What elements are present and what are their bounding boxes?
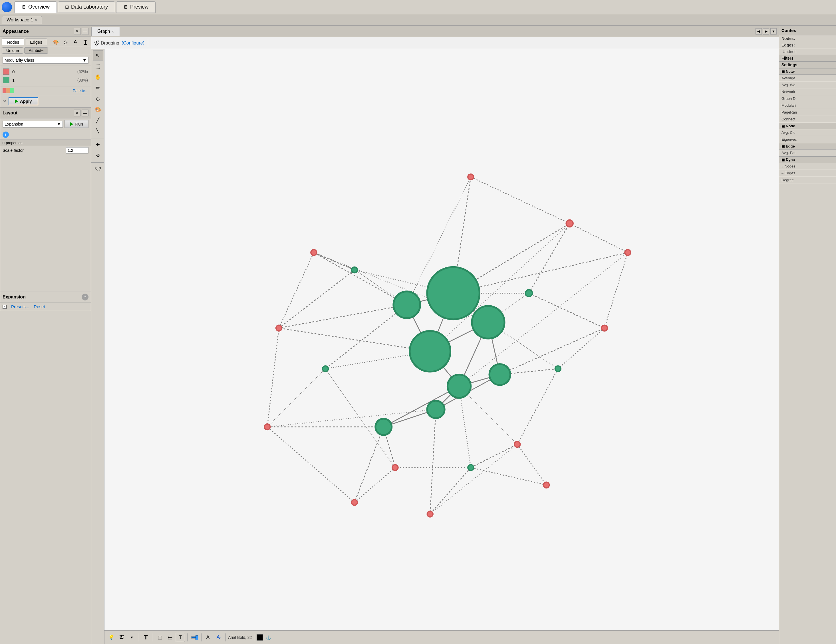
image-icon[interactable]: 🖼 <box>117 633 126 642</box>
stat-modulari-label: Modulari <box>782 103 834 108</box>
context-header: Contex <box>779 26 836 35</box>
graph-nav-next[interactable]: ▶ <box>763 28 769 34</box>
toolbar-sep <box>148 39 148 47</box>
left-panel: Appearance × — Nodes Edges 🎨 ◎ A T <box>0 26 91 644</box>
presets-checkbox[interactable]: ✓ <box>3 305 7 309</box>
stat-edges-count-label: # Edges <box>782 171 834 175</box>
font-size-slider[interactable] <box>191 636 198 639</box>
tool-pencil[interactable]: ✏ <box>93 83 103 93</box>
tab-data-laboratory[interactable]: ⊞ Data Laboratory <box>58 2 115 13</box>
appearance-minimize[interactable]: — <box>82 28 88 35</box>
outline-T-icon[interactable]: T <box>176 633 185 642</box>
tab-edges[interactable]: Edges <box>25 39 47 46</box>
expansion-dropdown[interactable]: Expansion ▼ <box>3 121 63 127</box>
scale-factor-row: Scale factor <box>0 146 91 155</box>
cycle-icon[interactable]: ◎ <box>62 38 70 46</box>
run-arrow-icon <box>70 122 73 126</box>
stat-pageran: PageRan <box>779 109 836 116</box>
light-icon[interactable]: 💡 <box>107 633 116 642</box>
tool-gear[interactable]: ⚙ <box>93 150 103 161</box>
graph-nav: ◀ ▶ ▼ <box>756 28 779 34</box>
tool-rect-select[interactable]: ⬚ <box>93 61 103 71</box>
node-label: Node <box>786 124 795 128</box>
appearance-close[interactable]: × <box>73 28 80 35</box>
tool-diamond[interactable]: ◇ <box>93 94 103 104</box>
question-icon[interactable]: ? <box>82 293 88 300</box>
a-outline-icon[interactable]: A· <box>204 633 213 642</box>
graph-canvas[interactable] <box>104 49 779 630</box>
graph-nav-menu[interactable]: ▼ <box>771 28 777 34</box>
svg-point-76 <box>514 442 520 447</box>
edges-row: Edges: <box>779 42 836 49</box>
layout-close[interactable]: × <box>73 109 80 116</box>
edge-section-header[interactable]: ▣ Edge <box>779 143 836 150</box>
anchor-icon[interactable]: ⚓ <box>264 633 273 642</box>
color-item-0[interactable]: 0 (62%) <box>3 67 88 76</box>
paint-icon[interactable]: 🎨 <box>52 38 60 46</box>
color-swatch-0[interactable] <box>3 68 10 75</box>
sub-tab-unique[interactable]: Unique <box>2 47 23 54</box>
configure-link[interactable]: (Configure) <box>122 41 144 46</box>
graph-tab-close[interactable]: × <box>112 29 114 34</box>
tool-line1[interactable]: ╱ <box>93 115 103 126</box>
resize-icon[interactable]: T̲ <box>81 38 89 46</box>
svg-point-63 <box>472 306 505 338</box>
tool-color-brush[interactable]: 🎨 <box>93 104 103 115</box>
graph-dragging-toolbar: 𝒢 Dragging (Configure) <box>91 37 779 49</box>
settings-section[interactable]: Settings <box>779 62 836 68</box>
apply-button[interactable]: Apply <box>8 97 38 105</box>
svg-point-72 <box>323 366 328 372</box>
app-logo <box>2 2 12 12</box>
presets-link[interactable]: Presets... <box>11 304 29 309</box>
network-collapse-icon: ▣ <box>782 70 785 73</box>
font-color-box[interactable] <box>256 634 263 641</box>
node-section-header[interactable]: ▣ Node <box>779 123 836 129</box>
svg-point-71 <box>555 366 561 372</box>
tool-select[interactable]: ↖ <box>93 50 103 60</box>
bt-sep-5 <box>225 633 226 641</box>
stat-connect-label: Connect <box>782 117 834 121</box>
main-layout: Appearance × — Nodes Edges 🎨 ◎ A T <box>0 26 836 644</box>
sub-tab-attribute[interactable]: Attribute <box>24 47 48 54</box>
tool-cursor-question[interactable]: ↖? <box>93 164 103 174</box>
graph-nav-prev[interactable]: ◀ <box>756 28 762 34</box>
graph-tab[interactable]: Graph × <box>91 27 120 36</box>
tab-overview[interactable]: 🖥 Overview <box>14 2 57 13</box>
edge-collapse-icon: ▣ <box>782 144 785 148</box>
tool-drag[interactable]: ✋ <box>93 72 103 82</box>
no-rect-icon[interactable]: ⬚ <box>165 633 175 642</box>
apply-row: ∞ Apply <box>0 95 91 107</box>
network-section-header[interactable]: ▣ Netw <box>779 68 836 75</box>
stat-connect: Connect <box>779 116 836 123</box>
layout-spacer <box>0 155 91 292</box>
modularity-dropdown[interactable]: Modularity Class ▼ <box>3 57 88 64</box>
scale-factor-input[interactable] <box>65 147 88 153</box>
stat-avg-we-label: Avg. We <box>782 83 834 87</box>
filters-section[interactable]: Filters <box>779 55 836 62</box>
svg-point-83 <box>625 249 630 255</box>
workspace-close[interactable]: × <box>35 18 37 22</box>
dyna-section-header[interactable]: ▣ Dyna <box>779 157 836 163</box>
svg-point-64 <box>394 291 420 318</box>
tab-preview[interactable]: 🖥 Preview <box>116 2 155 13</box>
tab-nodes[interactable]: Nodes <box>2 39 24 46</box>
tool-plane[interactable]: ✈ <box>93 140 103 150</box>
appearance-panel: Appearance × — Nodes Edges 🎨 ◎ A T <box>0 26 91 107</box>
palette-link[interactable]: Palette... <box>73 88 88 93</box>
tool-line2[interactable]: ╲ <box>93 126 103 136</box>
rect-icon[interactable]: ⬚ <box>155 633 164 642</box>
stat-eigenvec: Eigenvec <box>779 136 836 143</box>
stat-pageran-label: PageRan <box>782 110 834 114</box>
stat-avg-clu: Avg. Clu <box>779 129 836 136</box>
layout-minimize[interactable]: — <box>82 109 88 116</box>
reset-link[interactable]: Reset <box>34 304 45 309</box>
text-tool-icon[interactable]: T <box>141 633 150 642</box>
a-filled-icon[interactable]: A· <box>214 633 223 642</box>
dropdown-arrow-icon[interactable]: ▼ <box>127 633 136 642</box>
run-button[interactable]: Run <box>65 120 88 128</box>
color-swatch-1[interactable] <box>3 77 10 83</box>
text-size-icon[interactable]: A <box>71 38 79 46</box>
workspace-tab[interactable]: Workspace 1 × <box>2 16 42 24</box>
svg-point-80 <box>468 174 474 180</box>
color-item-1[interactable]: 1 (38%) <box>3 76 88 85</box>
